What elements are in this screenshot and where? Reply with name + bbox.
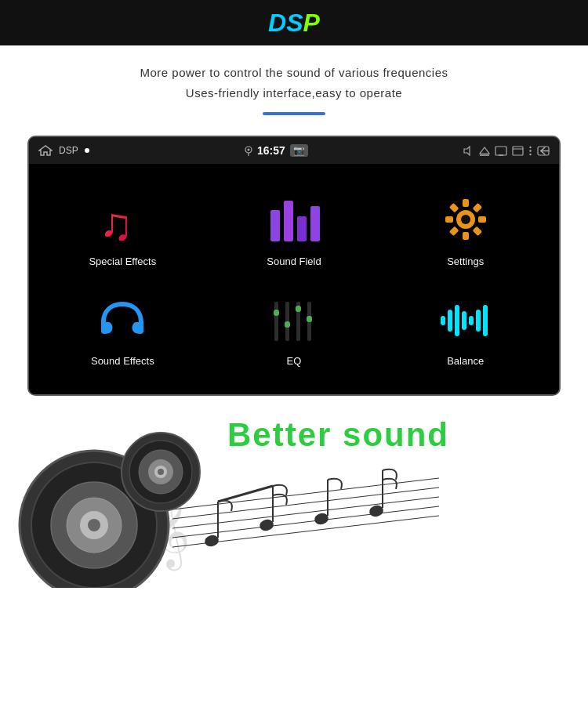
- window-icon: [512, 146, 524, 156]
- svg-line-73: [218, 486, 273, 502]
- settings-label: Settings: [447, 256, 484, 267]
- eq-icon: [266, 291, 322, 347]
- app-grid: ♫ Special Effects: [29, 164, 559, 394]
- svg-point-13: [529, 153, 531, 154]
- title-d: D: [268, 9, 286, 37]
- title-p: P: [303, 9, 320, 37]
- back-icon[interactable]: [537, 146, 550, 156]
- svg-rect-41: [441, 316, 445, 325]
- svg-rect-31: [101, 322, 107, 334]
- status-right: [463, 146, 550, 156]
- android-screen: DSP 16:57 📷: [27, 136, 561, 396]
- svg-line-61: [172, 488, 439, 519]
- settings-icon: [437, 191, 494, 248]
- app-item-sound-effects[interactable]: Sound Effects: [37, 279, 209, 379]
- svg-rect-45: [469, 316, 474, 325]
- divider: [263, 112, 325, 115]
- speaker-illustration: [8, 415, 212, 588]
- sound-effects-icon: [94, 291, 151, 347]
- special-effects-icon: ♫: [94, 191, 151, 248]
- svg-rect-46: [476, 310, 481, 332]
- svg-rect-44: [462, 311, 466, 330]
- subtitle-line2: Uses-friendly interface,easy to operate: [31, 83, 557, 103]
- svg-marker-0: [39, 146, 52, 155]
- svg-point-3: [247, 148, 249, 150]
- svg-rect-36: [285, 321, 290, 328]
- svg-line-63: [172, 506, 439, 538]
- title-s: S: [286, 9, 303, 37]
- subtitle-line1: More power to control the sound of vario…: [31, 63, 557, 83]
- status-time: 16:57: [257, 144, 285, 157]
- status-left: DSP: [38, 145, 89, 156]
- subtitle-section: More power to control the sound of vario…: [0, 45, 588, 136]
- svg-point-11: [529, 146, 531, 147]
- home-icon: [38, 145, 53, 156]
- app-item-balance[interactable]: Balance: [379, 279, 551, 379]
- svg-rect-22: [463, 199, 469, 207]
- better-sound-text: Better sound: [227, 415, 572, 588]
- svg-line-60: [172, 478, 439, 509]
- balance-label: Balance: [447, 355, 484, 367]
- eject-icon: [479, 146, 490, 156]
- svg-marker-5: [480, 147, 489, 154]
- svg-rect-47: [483, 305, 488, 336]
- svg-rect-33: [274, 302, 278, 341]
- location-icon: [245, 146, 252, 156]
- eq-label: EQ: [287, 355, 302, 367]
- balance-icon: [437, 291, 494, 347]
- sound-field-label: Sound Field: [267, 256, 321, 267]
- sound-field-icon: [266, 191, 322, 248]
- app-item-settings[interactable]: Settings: [379, 179, 551, 279]
- menu-icon: [528, 146, 532, 156]
- svg-marker-4: [464, 147, 470, 155]
- svg-rect-9: [513, 147, 523, 155]
- svg-point-12: [529, 150, 531, 151]
- svg-rect-24: [478, 216, 486, 223]
- svg-rect-26: [463, 232, 469, 240]
- svg-rect-32: [137, 322, 143, 334]
- svg-rect-17: [284, 201, 293, 241]
- app-item-eq[interactable]: EQ: [209, 279, 380, 379]
- status-bar: DSP 16:57 📷: [29, 137, 559, 164]
- svg-rect-43: [455, 305, 459, 336]
- volume-icon: [463, 146, 474, 156]
- svg-point-53: [88, 519, 100, 531]
- screen-icon: [495, 146, 507, 156]
- svg-rect-40: [307, 316, 312, 322]
- better-sound-section: Better sound: [0, 400, 588, 588]
- svg-rect-42: [448, 310, 452, 332]
- svg-rect-28: [445, 216, 453, 223]
- svg-line-62: [172, 497, 439, 528]
- svg-point-59: [158, 469, 164, 475]
- sound-effects-label: Sound Effects: [91, 355, 154, 367]
- status-center: 16:57 📷: [245, 144, 308, 157]
- svg-rect-34: [274, 310, 279, 316]
- header-bar: DSP: [0, 0, 588, 45]
- better-sound-title: Better sound: [227, 415, 449, 455]
- app-item-special-effects[interactable]: ♫ Special Effects: [37, 179, 209, 279]
- app-item-sound-field[interactable]: Sound Field: [209, 179, 380, 279]
- dot-icon: [85, 148, 89, 153]
- app-name-status: DSP: [59, 145, 78, 156]
- svg-rect-7: [495, 147, 506, 155]
- svg-rect-18: [297, 216, 307, 241]
- svg-rect-38: [296, 306, 301, 312]
- svg-rect-19: [310, 206, 320, 241]
- page-title: DSP: [268, 9, 320, 38]
- camera-icon[interactable]: 📷: [290, 144, 308, 157]
- svg-text:♫: ♫: [99, 198, 133, 245]
- special-effects-label: Special Effects: [89, 256, 156, 267]
- svg-rect-16: [270, 210, 280, 241]
